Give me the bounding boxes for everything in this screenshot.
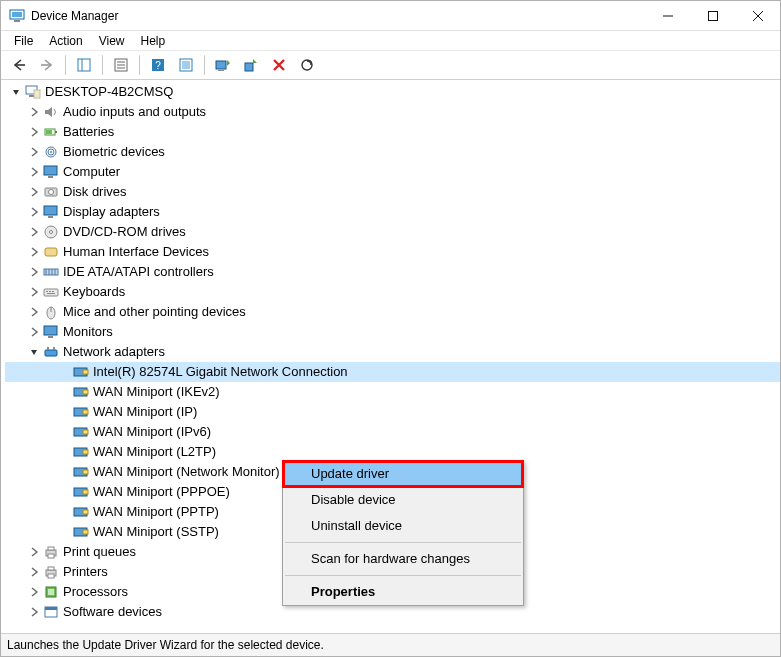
svg-rect-47 (46, 291, 48, 292)
toolbar-update-driver-button[interactable] (210, 53, 236, 77)
chevron-right-icon[interactable] (27, 585, 41, 599)
monitor-icon (43, 204, 59, 220)
chevron-right-icon[interactable] (27, 165, 41, 179)
toolbar-enable-button[interactable] (238, 53, 264, 77)
tree-item-label: WAN Miniport (L2TP) (93, 442, 216, 462)
chevron-down-icon[interactable] (27, 345, 41, 359)
content-area: DESKTOP-4B2CMSQAudio inputs and outputsB… (1, 80, 780, 633)
toolbar-uninstall-button[interactable] (266, 53, 292, 77)
chevron-right-icon[interactable] (27, 105, 41, 119)
device-item[interactable]: WAN Miniport (L2TP) (5, 442, 780, 462)
svg-rect-2 (14, 20, 20, 22)
printer-icon (43, 544, 59, 560)
tree-item-label: Print queues (63, 542, 136, 562)
hid-icon (43, 244, 59, 260)
category-item[interactable]: Human Interface Devices (5, 242, 780, 262)
toolbar-showhide-button[interactable] (71, 53, 97, 77)
chevron-right-icon[interactable] (27, 205, 41, 219)
chevron-right-icon[interactable] (27, 265, 41, 279)
svg-rect-81 (48, 574, 54, 578)
category-item[interactable]: Display adapters (5, 202, 780, 222)
toolbar-hidden-devices-button[interactable] (173, 53, 199, 77)
category-item[interactable]: Network adapters (5, 342, 780, 362)
ide-icon (43, 264, 59, 280)
category-item[interactable]: Computer (5, 162, 780, 182)
category-item[interactable]: Disk drives (5, 182, 780, 202)
tree-item-label: Audio inputs and outputs (63, 102, 206, 122)
svg-rect-78 (48, 554, 54, 558)
toolbar-scan-button[interactable] (294, 53, 320, 77)
toolbar-forward-button[interactable] (34, 53, 60, 77)
disclosure-placeholder (57, 425, 71, 439)
category-item[interactable]: Mice and other pointing devices (5, 302, 780, 322)
svg-rect-48 (49, 291, 51, 292)
monitor-icon (43, 324, 59, 340)
chevron-right-icon[interactable] (27, 605, 41, 619)
tree-item-label: WAN Miniport (IKEv2) (93, 382, 220, 402)
context-menu-item[interactable]: Scan for hardware changes (283, 546, 523, 572)
tree-item-label: WAN Miniport (PPTP) (93, 502, 219, 522)
context-menu-item[interactable]: Disable device (283, 487, 523, 513)
category-item[interactable]: Monitors (5, 322, 780, 342)
toolbar-separator (204, 55, 205, 75)
svg-rect-65 (83, 430, 88, 434)
category-item[interactable]: Audio inputs and outputs (5, 102, 780, 122)
network-adapter-icon (73, 424, 89, 440)
chevron-right-icon[interactable] (27, 565, 41, 579)
menu-help[interactable]: Help (134, 33, 173, 49)
svg-rect-73 (83, 510, 88, 514)
chevron-right-icon[interactable] (27, 145, 41, 159)
tree-item-label: WAN Miniport (Network Monitor) (93, 462, 280, 482)
toolbar-back-button[interactable] (6, 53, 32, 77)
tree-item-label: DVD/CD-ROM drives (63, 222, 186, 242)
chevron-right-icon[interactable] (27, 305, 41, 319)
category-item[interactable]: Biometric devices (5, 142, 780, 162)
context-menu-item[interactable]: Uninstall device (283, 513, 523, 539)
svg-rect-59 (83, 370, 88, 374)
tree-item-label: Batteries (63, 122, 114, 142)
tree-item-label: WAN Miniport (IP) (93, 402, 197, 422)
category-item[interactable]: DVD/CD-ROM drives (5, 222, 780, 242)
category-item[interactable]: Keyboards (5, 282, 780, 302)
svg-rect-19 (216, 61, 226, 69)
category-item[interactable]: IDE ATA/ATAPI controllers (5, 262, 780, 282)
tree-item-label: DESKTOP-4B2CMSQ (45, 82, 173, 102)
device-item[interactable]: WAN Miniport (IP) (5, 402, 780, 422)
close-button[interactable] (735, 1, 780, 30)
tree-item-label: Human Interface Devices (63, 242, 209, 262)
cpu-icon (43, 584, 59, 600)
menu-view[interactable]: View (92, 33, 132, 49)
svg-rect-49 (52, 291, 54, 292)
network-adapter-icon (73, 444, 89, 460)
battery-icon (43, 124, 59, 140)
context-menu-item[interactable]: Properties (283, 579, 523, 605)
chevron-down-icon[interactable] (9, 85, 23, 99)
svg-rect-50 (47, 293, 55, 294)
tree-root[interactable]: DESKTOP-4B2CMSQ (5, 82, 780, 102)
chevron-right-icon[interactable] (27, 245, 41, 259)
maximize-button[interactable] (690, 1, 735, 30)
toolbar-help-button[interactable]: ? (145, 53, 171, 77)
device-item[interactable]: WAN Miniport (IKEv2) (5, 382, 780, 402)
chevron-right-icon[interactable] (27, 545, 41, 559)
device-item[interactable]: WAN Miniport (IPv6) (5, 422, 780, 442)
chevron-right-icon[interactable] (27, 225, 41, 239)
svg-rect-71 (83, 490, 88, 494)
chevron-right-icon[interactable] (27, 125, 41, 139)
chevron-right-icon[interactable] (27, 285, 41, 299)
category-item[interactable]: Batteries (5, 122, 780, 142)
context-menu-separator (285, 542, 521, 543)
menu-action[interactable]: Action (42, 33, 89, 49)
toolbar-separator (65, 55, 66, 75)
tree-item-label: Monitors (63, 322, 113, 342)
chevron-right-icon[interactable] (27, 185, 41, 199)
computer-icon (25, 84, 41, 100)
device-item[interactable]: Intel(R) 82574L Gigabit Network Connecti… (5, 362, 780, 382)
chevron-right-icon[interactable] (27, 325, 41, 339)
minimize-button[interactable] (645, 1, 690, 30)
menu-file[interactable]: File (7, 33, 40, 49)
context-menu-item[interactable]: Update driver (283, 461, 523, 487)
toolbar-properties-button[interactable] (108, 53, 134, 77)
context-menu: Update driverDisable deviceUninstall dev… (282, 460, 524, 606)
svg-rect-40 (45, 248, 57, 256)
